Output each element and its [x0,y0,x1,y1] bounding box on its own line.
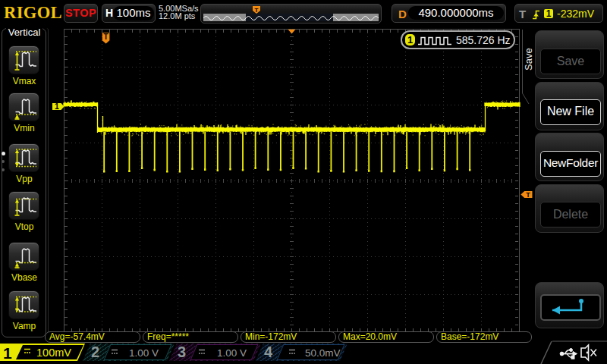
svg-text:1: 1 [55,102,59,111]
svg-text:T: T [104,33,109,41]
svg-text:T: T [255,7,259,14]
svg-text:1: 1 [3,344,12,361]
svg-text:T: T [526,191,530,199]
svg-text:100mV: 100mV [36,347,71,359]
